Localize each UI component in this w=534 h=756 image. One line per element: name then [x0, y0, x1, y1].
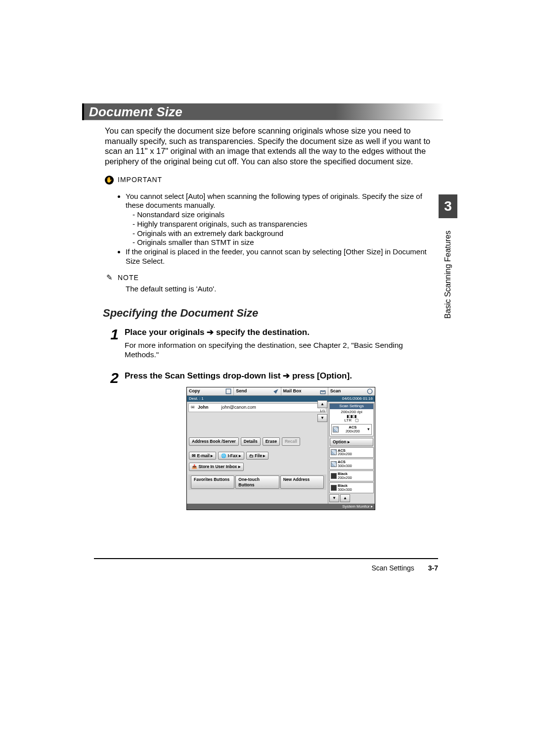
store-inbox-button[interactable]: 📥 Store In User Inbox ▸ — [189, 463, 244, 471]
important-subitem: Nonstandard size originals — [133, 210, 437, 220]
scroll-down-button[interactable]: ▼ — [329, 494, 339, 502]
chapter-side-label: Basic Scanning Features — [437, 223, 459, 327]
scan-settings-title: Scan Settings — [330, 404, 373, 409]
scan-option-pager: ▼ ▲ — [329, 494, 374, 502]
option-button[interactable]: Option ▸ — [330, 438, 373, 446]
ui-tab-row: Copy Send Mail Box Scan — [187, 387, 375, 396]
dest-name: John — [198, 405, 209, 410]
important-subitem: Originals smaller than STMT in size — [133, 238, 437, 247]
important-list: You cannot select [Auto] when scanning t… — [105, 192, 437, 266]
note-heading: ✎ NOTE — [105, 274, 437, 283]
note-label: NOTE — [118, 274, 139, 283]
body-column: You can specify the document size before… — [105, 126, 437, 510]
details-button[interactable]: Details — [241, 437, 261, 446]
status-datetime: 04/01/2006 01:16 — [342, 396, 373, 401]
tab-scan[interactable]: Scan — [328, 387, 375, 395]
section-heading: Document Size — [89, 104, 182, 120]
arrow-icon: ➔ — [283, 371, 292, 380]
page-footer: Scan Settings 3-7 — [94, 564, 438, 572]
embedded-screenshot: Copy Send Mail Box Scan Dest. : 1 04/01/… — [186, 387, 375, 510]
destination-row[interactable]: ✉ John john@canon.com — [188, 403, 326, 412]
dest-address: john@canon.com — [222, 405, 256, 410]
important-item: If the original is placed in the feeder,… — [126, 247, 437, 266]
email-button[interactable]: ✉ E-mail ▸ — [189, 452, 216, 460]
page-up-button[interactable]: ▲ — [317, 400, 327, 408]
manual-page: Document Size You can specify the docume… — [0, 0, 534, 756]
step-body: Place your originals ➔ specify the desti… — [125, 327, 437, 360]
important-label: IMPORTANT — [118, 176, 162, 185]
ui-left-panel: ✉ John john@canon.com Address Book /Serv… — [187, 402, 328, 504]
important-heading: ✋ IMPORTANT — [105, 176, 437, 185]
svg-point-1 — [367, 389, 372, 394]
envelope-icon: ✉ — [191, 405, 195, 410]
scan-option[interactable]: ACS200x200 — [329, 447, 374, 458]
note-text: The default setting is 'Auto'. — [105, 284, 437, 294]
scan-settings-size: LTR ▢ — [331, 419, 372, 423]
scan-option[interactable]: ACS300x300 — [329, 459, 374, 470]
important-subitem: Originals with an extremely dark backgro… — [133, 229, 437, 238]
bottom-tabs: Favorites Buttons One-touch Buttons New … — [188, 474, 326, 490]
arrow-icon: ➔ — [207, 328, 216, 337]
ui-main-row: ✉ John john@canon.com Address Book /Serv… — [187, 402, 375, 504]
system-monitor-button[interactable]: System Monitor ▸ — [187, 504, 375, 510]
favorites-buttons-tab[interactable]: Favorites Buttons — [191, 475, 234, 489]
step-title: Press the Scan Settings drop-down list ➔… — [125, 371, 437, 381]
intro-paragraph: You can specify the document size before… — [105, 126, 437, 167]
important-subitem: Highly transparent originals, such as tr… — [133, 220, 437, 229]
store-row: 📥 Store In User Inbox ▸ — [188, 462, 326, 472]
footer-page-number: 3-7 — [428, 564, 438, 572]
tab-send[interactable]: Send — [234, 387, 281, 395]
step-title: Place your originals ➔ specify the desti… — [125, 327, 437, 337]
step-desc: For more information on specifying the d… — [125, 340, 437, 360]
step-2: 2 Press the Scan Settings drop-down list… — [105, 371, 437, 510]
footer-section: Scan Settings — [371, 564, 414, 572]
dest-pager: ▲ 1/1 ▼ — [317, 400, 327, 422]
footer-rule — [94, 558, 438, 559]
page-down-button[interactable]: ▼ — [317, 414, 327, 422]
note-icon: ✎ — [105, 274, 114, 283]
scroll-up-button[interactable]: ▲ — [340, 494, 350, 502]
svg-rect-0 — [226, 389, 231, 394]
erase-button[interactable]: Erase — [263, 437, 280, 446]
tab-copy[interactable]: Copy — [187, 387, 234, 395]
ifax-button[interactable]: 🌐 I-Fax ▸ — [218, 452, 244, 460]
step-number: 1 — [105, 327, 119, 342]
step-1: 1 Place your originals ➔ specify the des… — [105, 327, 437, 360]
important-sublist: Nonstandard size originals Highly transp… — [126, 210, 437, 247]
subsection-heading: Specifying the Document Size — [103, 306, 437, 320]
step-number: 2 — [105, 371, 119, 385]
step-body: Press the Scan Settings drop-down list ➔… — [125, 371, 437, 510]
important-item: You cannot select [Auto] when scanning t… — [126, 192, 437, 211]
scan-option[interactable]: Black300x300 — [329, 482, 374, 493]
scan-settings-dropdown[interactable]: ACS200x200 ▼ — [331, 424, 372, 435]
color-swatch-icon — [333, 426, 339, 432]
recall-button[interactable]: Recall — [282, 437, 300, 446]
one-touch-buttons-tab[interactable]: One-touch Buttons — [235, 475, 279, 489]
new-address-tab[interactable]: New Address — [280, 475, 324, 489]
step-title-part-a: Press the Scan Settings drop-down list — [125, 371, 281, 380]
step-title-part-a: Place your originals — [125, 328, 205, 337]
chevron-down-icon: ▼ — [367, 427, 370, 431]
address-book-button[interactable]: Address Book /Server — [189, 437, 239, 446]
important-icon: ✋ — [105, 176, 114, 185]
ui-status-bar: Dest. : 1 04/01/2006 01:16 — [187, 396, 375, 402]
status-dest-count: Dest. : 1 — [189, 396, 204, 401]
chapter-name: Basic Scanning Features — [444, 231, 452, 319]
tab-mailbox[interactable]: Mail Box — [281, 387, 328, 395]
page-indicator: 1/1 — [319, 409, 325, 414]
step-title-part-b: specify the destination. — [216, 328, 310, 337]
method-row: ✉ E-mail ▸ 🌐 I-Fax ▸ 🗀 File ▸ — [188, 451, 326, 461]
chapter-tab: 3 — [439, 194, 457, 218]
chapter-number: 3 — [444, 198, 452, 214]
scan-option[interactable]: Black200x200 — [329, 471, 374, 481]
ui-right-panel: Scan Settings 200x200 dpi ▮▯▮▯▮ LTR ▢ AC… — [328, 402, 375, 504]
section-heading-bar: Document Size — [84, 103, 443, 120]
step-title-part-b: press [Option]. — [292, 371, 352, 380]
dest-action-row: Address Book /Server Details Erase Recal… — [188, 437, 326, 446]
scan-settings-panel: Scan Settings 200x200 dpi ▮▯▮▯▮ LTR ▢ AC… — [329, 403, 374, 436]
file-button[interactable]: 🗀 File ▸ — [246, 452, 268, 460]
